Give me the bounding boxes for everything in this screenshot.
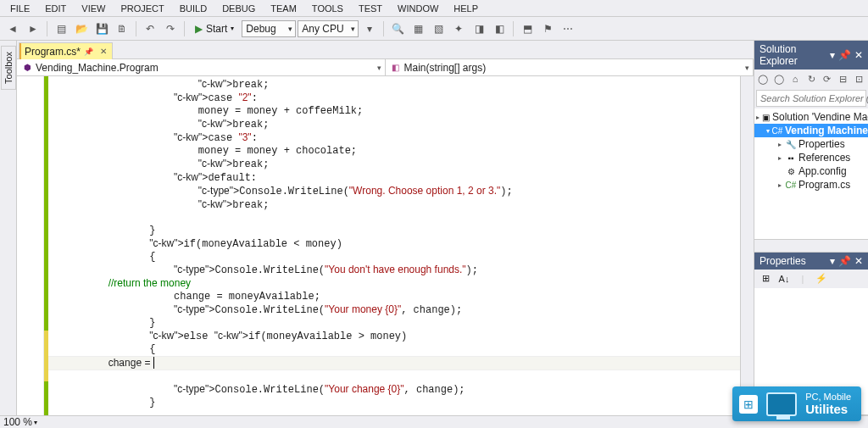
solution-explorer-title: Solution Explorer ▾📌✕ [754, 41, 868, 69]
misc-icon[interactable]: ◨ [470, 19, 488, 38]
platform-combo[interactable]: Any CPU [298, 20, 359, 37]
menu-team[interactable]: TEAM [264, 2, 303, 15]
tree-node-programcs[interactable]: ▸ C# Program.cs [754, 178, 868, 192]
menu-file[interactable]: FILE [3, 2, 36, 15]
save-all-icon[interactable]: 🗎 [113, 19, 131, 38]
horizontal-scrollbar[interactable] [754, 239, 868, 252]
expander-icon[interactable]: ▸ [756, 114, 760, 121]
member-combo[interactable]: ◧ Main(string[] args) [386, 59, 754, 75]
navigation-bar: ⬢ Vending_Machine.Program ◧ Main(string[… [17, 59, 754, 76]
undo-icon[interactable]: ↶ [141, 19, 159, 38]
comment-icon[interactable]: ▦ [409, 19, 427, 38]
tree-node-references[interactable]: ▸ ▪▪ References [754, 151, 868, 164]
project-node[interactable]: ▾ C# Vending Machine [754, 124, 868, 137]
nav-back-icon[interactable]: ◄ [3, 19, 22, 38]
zoom-control[interactable]: 100 % ▾ [3, 416, 37, 428]
badge-line1: PC, Mobile [805, 392, 851, 402]
document-tab[interactable]: Program.cs* 📌 ✕ [19, 42, 113, 59]
menu-test[interactable]: TEST [352, 2, 389, 15]
menu-debug[interactable]: DEBUG [215, 2, 262, 15]
open-icon[interactable]: 📂 [72, 19, 91, 38]
start-button[interactable]: ▶ Start ▾ [189, 20, 240, 37]
dropdown-icon[interactable]: ▾ [360, 19, 379, 38]
solution-explorer-panel: Solution Explorer ▾📌✕ ◯ ◯ ⌂ ↻ ⟳ ⊟ ⊡ 🔍 ▸ … [754, 41, 868, 253]
menu-window[interactable]: WINDOW [391, 2, 445, 15]
pin-icon[interactable]: 📌 [838, 49, 851, 61]
config-icon: ⚙ [786, 166, 796, 176]
config-combo[interactable]: Debug [242, 20, 296, 37]
showall-icon[interactable]: ⊡ [852, 71, 866, 86]
solution-node[interactable]: ▸ ▣ Solution 'Vendine Machine [754, 110, 868, 124]
menu-edit[interactable]: EDIT [38, 2, 73, 15]
menu-tools[interactable]: TOOLS [305, 2, 350, 15]
references-icon: ▪▪ [786, 153, 796, 163]
toolbox-label: Toolbox [1, 46, 16, 90]
flag-icon[interactable]: ⚑ [538, 19, 557, 38]
class-icon: ⬢ [22, 63, 32, 73]
nav-fwd-icon[interactable]: ► [24, 19, 42, 38]
step-icon[interactable]: ⬒ [518, 19, 537, 38]
new-project-icon[interactable]: ▤ [52, 19, 70, 38]
solution-explorer-toolbar: ◯ ◯ ⌂ ↻ ⟳ ⊟ ⊡ [754, 69, 868, 88]
outline-gutter [17, 76, 44, 415]
right-dock: Solution Explorer ▾📌✕ ◯ ◯ ⌂ ↻ ⟳ ⊟ ⊡ 🔍 ▸ … [754, 41, 868, 415]
menu-view[interactable]: VIEW [75, 2, 112, 15]
code-editor[interactable]: "c-kw">break; "c-kw">case "2": money = m… [17, 76, 754, 415]
close-icon[interactable]: ✕ [854, 255, 863, 267]
properties-title: Properties ▾📌✕ [754, 253, 868, 270]
save-icon[interactable]: 💾 [92, 19, 111, 38]
categorized-icon[interactable]: ⊞ [758, 271, 773, 286]
start-label: Start [206, 23, 227, 35]
menu-project[interactable]: PROJECT [114, 2, 170, 15]
windows-icon: ⊞ [743, 397, 754, 411]
pin-icon[interactable]: 📌 [838, 255, 851, 267]
toolbox-autohide-tab[interactable]: Toolbox [0, 41, 17, 415]
dropdown-icon[interactable]: ▾ [830, 255, 835, 267]
monitor-icon [766, 392, 797, 416]
redo-icon[interactable]: ↷ [161, 19, 180, 38]
watermark-badge: ⊞ PC, Mobile Utilites [732, 386, 861, 421]
expander-icon[interactable]: ▾ [766, 127, 770, 135]
pin-icon[interactable]: 📌 [84, 47, 93, 56]
code-body[interactable]: "c-kw">break; "c-kw">case "2": money = m… [48, 76, 740, 415]
method-icon: ◧ [391, 63, 401, 73]
close-icon[interactable]: ✕ [854, 49, 863, 61]
dropdown-icon[interactable]: ▾ [830, 49, 835, 61]
menu-help[interactable]: HELP [447, 2, 485, 15]
class-combo[interactable]: ⬢ Vending_Machine.Program [17, 59, 386, 75]
collapse-icon[interactable]: ⊟ [836, 71, 850, 86]
menu-build[interactable]: BUILD [173, 2, 214, 15]
back-icon[interactable]: ◯ [756, 71, 771, 86]
expander-icon[interactable]: ▸ [776, 141, 783, 148]
editor-area: Program.cs* 📌 ✕ ⬢ Vending_Machine.Progra… [17, 41, 754, 415]
solution-search[interactable]: 🔍 [756, 90, 866, 107]
chevron-down-icon: ▾ [231, 25, 234, 32]
find-icon[interactable]: 🔍 [388, 19, 407, 38]
badge-line2: Utilites [805, 403, 851, 417]
home-icon[interactable]: ⌂ [788, 71, 803, 86]
toolbar: ◄ ► ▤ 📂 💾 🗎 ↶ ↷ ▶ Start ▾ Debug Any CPU … [0, 17, 868, 41]
expander-icon[interactable]: ▸ [776, 181, 783, 189]
refresh-icon[interactable]: ⟳ [820, 71, 834, 86]
alpha-icon[interactable]: A↓ [776, 271, 792, 286]
document-tab-label: Program.cs* [25, 46, 81, 58]
tree-node-properties[interactable]: ▸ 🔧 Properties [754, 137, 868, 151]
close-icon[interactable]: ✕ [100, 47, 107, 56]
fwd-icon[interactable]: ◯ [772, 71, 787, 86]
wrench-icon: 🔧 [786, 139, 796, 149]
expander-icon[interactable]: ▸ [776, 154, 783, 162]
document-tabs: Program.cs* 📌 ✕ [17, 41, 754, 59]
events-icon[interactable]: ⚡ [814, 271, 829, 286]
solution-search-input[interactable] [760, 93, 868, 103]
bookmark-icon[interactable]: ✦ [449, 19, 468, 38]
vertical-scrollbar[interactable] [740, 76, 754, 415]
tree-node-appconfig[interactable]: ⚙ App.config [754, 164, 868, 178]
more-icon[interactable]: ⋯ [559, 19, 577, 38]
sync-icon[interactable]: ↻ [804, 71, 819, 86]
uncomment-icon[interactable]: ▧ [429, 19, 448, 38]
misc2-icon[interactable]: ◧ [490, 19, 509, 38]
solution-tree[interactable]: ▸ ▣ Solution 'Vendine Machine ▾ C# Vendi… [754, 108, 868, 239]
properties-toolbar: ⊞ A↓ | ⚡ [754, 270, 868, 288]
csharp-file-icon: C# [786, 180, 796, 190]
csharp-project-icon: C# [772, 125, 782, 136]
